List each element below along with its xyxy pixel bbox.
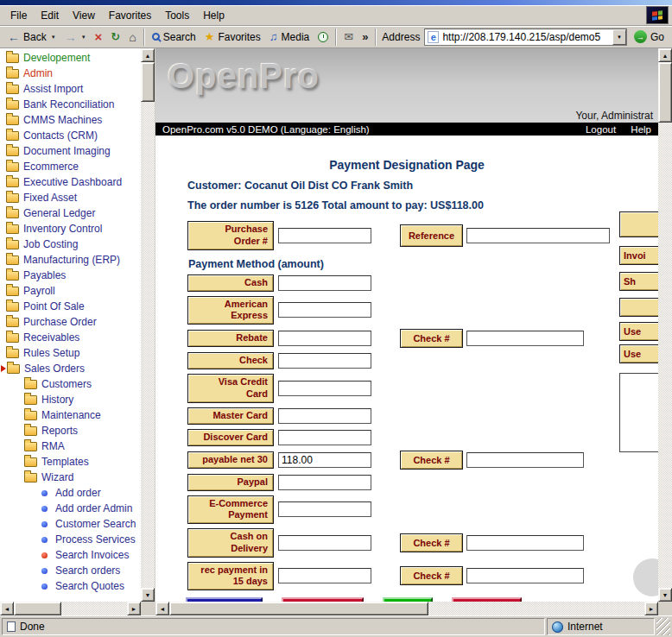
- media-button[interactable]: ♫ Media: [265, 29, 314, 45]
- sidebar-item-assist-import[interactable]: Assist Import: [0, 81, 141, 97]
- mail-button[interactable]: ✉: [339, 29, 358, 44]
- sidebar-item-maintenance[interactable]: Maintenance: [0, 407, 141, 423]
- reference-input[interactable]: [466, 228, 610, 243]
- sidebar-item-wizard[interactable]: Wizard: [0, 470, 141, 485]
- scroll-left-button[interactable]: ◄: [0, 602, 14, 615]
- right-column-button-use[interactable]: Use: [619, 344, 658, 363]
- right-column-button-0[interactable]: [619, 211, 658, 237]
- menu-edit[interactable]: Edit: [34, 7, 66, 24]
- scroll-up-button[interactable]: ▲: [141, 48, 155, 62]
- sidebar-item-search-quotes[interactable]: Search Quotes: [0, 578, 141, 594]
- method-button-cash[interactable]: Cash: [187, 274, 274, 292]
- back-button[interactable]: ← Back ▼: [3, 29, 60, 45]
- scroll-track[interactable]: [658, 62, 672, 588]
- purchase-order-input[interactable]: [278, 228, 371, 243]
- scroll-thumb[interactable]: [14, 602, 61, 615]
- sidebar-item-purchase-order[interactable]: Purchase Order: [0, 314, 141, 330]
- check-number-input[interactable]: [466, 452, 584, 468]
- sidebar-item-contacts-crm[interactable]: Contacts (CRM): [0, 128, 141, 143]
- sidebar-item-admin[interactable]: Admin: [0, 66, 141, 81]
- amount-input-rec-payment-in-15-days[interactable]: [278, 568, 371, 583]
- sidebar-item-rma[interactable]: RMA: [0, 438, 141, 454]
- address-bar[interactable]: e ▼: [424, 28, 627, 46]
- sidebar-item-fixed-asset[interactable]: Fixed Asset: [0, 190, 141, 205]
- scroll-thumb[interactable]: [658, 62, 672, 123]
- check-number-button[interactable]: Check #: [400, 329, 463, 348]
- home-button[interactable]: ⌂: [124, 29, 140, 45]
- history-button[interactable]: [314, 30, 333, 44]
- sidebar-item-add-order-admin[interactable]: Add order Admin: [0, 501, 141, 516]
- favorites-button[interactable]: ★ Favorites: [200, 29, 265, 45]
- scroll-thumb[interactable]: [169, 602, 428, 615]
- sidebar-item-payroll[interactable]: Payroll: [0, 283, 141, 299]
- method-button-payable-net-30[interactable]: payable net 30: [187, 451, 274, 469]
- right-column-button-invoi[interactable]: Invoi: [619, 246, 658, 265]
- sidebar-item-sales-orders[interactable]: Sales Orders: [0, 361, 141, 376]
- amount-input-master-card[interactable]: [278, 408, 371, 424]
- sidebar-item-process-services[interactable]: Process Services: [0, 532, 141, 547]
- sidebar-item-executive-dashboard[interactable]: Executive Dashboard: [0, 174, 141, 190]
- sidebar-item-search-invoices[interactable]: Search Invoices: [0, 547, 141, 563]
- sidebar-item-manufacturing-erp[interactable]: Manufacturing (ERP): [0, 252, 141, 268]
- amount-input-payable-net-30[interactable]: [278, 452, 371, 468]
- sidebar-item-reports[interactable]: Reports: [0, 423, 141, 438]
- refresh-button[interactable]: ↻: [106, 29, 124, 44]
- scroll-left-button[interactable]: ◄: [155, 602, 169, 615]
- scroll-down-button[interactable]: ▼: [658, 588, 672, 602]
- sidebar-item-history[interactable]: History: [0, 392, 141, 407]
- method-button-rebate[interactable]: Rebate: [187, 330, 274, 347]
- sidebar-item-inventory-control[interactable]: Inventory Control: [0, 221, 141, 237]
- sidebar-vertical-scrollbar[interactable]: ▲ ▼: [141, 48, 155, 602]
- method-button-e-commerce-payment[interactable]: E-Commerce Payment: [187, 495, 274, 525]
- menu-tools[interactable]: Tools: [158, 7, 196, 24]
- sidebar-item-general-ledger[interactable]: General Ledger: [0, 205, 141, 221]
- sidebar-item-customer-search[interactable]: Customer Search: [0, 516, 141, 532]
- right-column-button-3[interactable]: [619, 298, 658, 317]
- method-button-cash-on-delivery[interactable]: Cash on Delivery: [187, 528, 274, 558]
- scroll-track[interactable]: [169, 602, 644, 615]
- stop-button[interactable]: ×: [91, 28, 107, 45]
- menu-file[interactable]: File: [3, 7, 34, 24]
- forward-dropdown-icon[interactable]: ▼: [81, 35, 86, 40]
- amount-input-rebate[interactable]: [278, 331, 371, 346]
- sidebar-item-developement[interactable]: Developement: [0, 50, 141, 66]
- amount-input-american-express[interactable]: [278, 302, 371, 318]
- sidebar-item-payables[interactable]: Payables: [0, 268, 141, 283]
- toolbar-overflow-button[interactable]: »: [358, 29, 372, 44]
- right-column-button-sh[interactable]: Sh: [619, 272, 658, 291]
- check-number-input[interactable]: [466, 331, 584, 346]
- amount-input-e-commerce-payment[interactable]: [278, 501, 371, 517]
- check-number-input[interactable]: [466, 568, 584, 583]
- help-link[interactable]: Help: [631, 124, 651, 135]
- scroll-thumb[interactable]: [141, 62, 155, 102]
- method-button-rec-payment-in-15-days[interactable]: rec payment in 15 days: [187, 562, 274, 591]
- search-button[interactable]: Search: [148, 29, 200, 45]
- sidebar-item-bank-reconciliation[interactable]: Bank Reconciliation: [0, 97, 141, 112]
- reference-button[interactable]: Reference: [400, 224, 463, 247]
- address-input[interactable]: [442, 30, 612, 44]
- sidebar-item-cmms-machines[interactable]: CMMS Machines: [0, 112, 141, 128]
- sidebar-item-templates[interactable]: Templates: [0, 454, 141, 470]
- scroll-right-button[interactable]: ►: [644, 602, 658, 615]
- scroll-down-button[interactable]: ▼: [141, 588, 155, 602]
- scroll-up-button[interactable]: ▲: [658, 48, 672, 62]
- amount-input-discover-card[interactable]: [278, 430, 371, 445]
- right-column-button-use[interactable]: Use: [619, 322, 658, 341]
- main-horizontal-scrollbar[interactable]: ◄ ►: [155, 602, 658, 615]
- method-button-paypal[interactable]: Paypal: [187, 474, 274, 491]
- resize-grip[interactable]: [656, 618, 670, 635]
- amount-input-visa-credit-card[interactable]: [278, 381, 371, 396]
- sidebar-item-receivables[interactable]: Receivables: [0, 330, 141, 345]
- back-dropdown-icon[interactable]: ▼: [51, 35, 56, 40]
- notes-textarea[interactable]: [619, 373, 658, 452]
- menu-help[interactable]: Help: [196, 7, 231, 24]
- logout-link[interactable]: Logout: [586, 124, 616, 135]
- forward-button[interactable]: → ▼: [60, 29, 91, 45]
- scroll-track[interactable]: [141, 62, 155, 588]
- menu-view[interactable]: View: [66, 7, 102, 24]
- menu-favorites[interactable]: Favorites: [102, 7, 158, 24]
- check-number-button[interactable]: Check #: [400, 451, 463, 470]
- check-number-button[interactable]: Check #: [400, 566, 463, 585]
- sidebar-item-search-orders[interactable]: Search orders: [0, 563, 141, 578]
- go-button[interactable]: → Go: [630, 28, 669, 45]
